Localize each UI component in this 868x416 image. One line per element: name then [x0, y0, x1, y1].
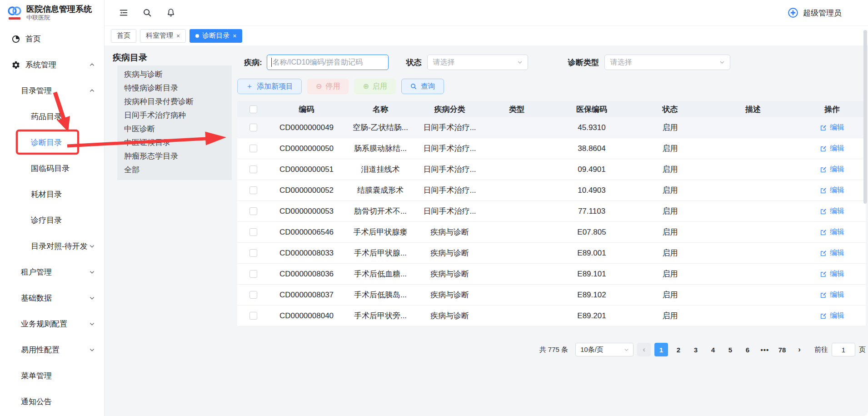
tab-2[interactable]: 诊断目录× — [190, 29, 242, 43]
cell-code: CD0000000051 — [269, 165, 344, 174]
sidebar-item-label: 租户管理 — [21, 267, 89, 277]
column-header-0: 编码 — [269, 104, 344, 115]
row-checkbox[interactable] — [249, 165, 257, 173]
vertical-scrollbar[interactable] — [863, 30, 867, 204]
sidebar-item-9[interactable]: 租户管理 — [0, 259, 104, 285]
sidebar-item-diagnosis-catalog[interactable]: 诊断目录 — [0, 130, 104, 155]
sidebar-item-5[interactable]: 国临码目录 — [0, 155, 104, 181]
sidebar-item-0[interactable]: 首页 — [0, 26, 104, 52]
status-select[interactable]: 请选择 — [427, 55, 528, 70]
row-checkbox[interactable] — [249, 270, 257, 278]
sidebar-item-10[interactable]: 基础数据 — [0, 285, 104, 311]
cell-insurance-code: 09.4901 — [551, 165, 633, 174]
row-checkbox[interactable] — [249, 312, 257, 320]
sidebar-item-label: 菜单管理 — [21, 371, 96, 381]
page-button-3[interactable]: 3 — [689, 343, 703, 356]
tab-strip: 首页科室管理×诊断目录× — [105, 26, 868, 45]
query-button[interactable]: 查询 — [401, 79, 444, 94]
edit-button[interactable]: 编辑 — [820, 311, 844, 321]
row-checkbox[interactable] — [249, 291, 257, 299]
catalog-item-7[interactable]: 全部 — [124, 163, 232, 177]
catalog-item-2[interactable]: 按病种目录付费诊断 — [124, 95, 232, 109]
table-row: CD0000008040 手术后甲状旁... 疾病与诊断 E89.201 启用 … — [237, 306, 866, 326]
edit-button[interactable]: 编辑 — [820, 206, 844, 216]
edit-button[interactable]: 编辑 — [820, 269, 844, 279]
close-icon[interactable]: × — [176, 33, 180, 39]
sidebar-item-3[interactable]: 药品目录 — [0, 104, 104, 130]
search-icon[interactable] — [142, 7, 153, 18]
edit-button[interactable]: 编辑 — [820, 123, 844, 132]
catalog-item-4[interactable]: 中医诊断 — [124, 122, 232, 136]
edit-button[interactable]: 编辑 — [820, 227, 844, 237]
select-all-checkbox[interactable] — [249, 105, 257, 113]
page-button-4[interactable]: 4 — [706, 343, 720, 356]
edit-icon — [820, 145, 827, 152]
row-checkbox[interactable] — [249, 124, 257, 131]
edit-button[interactable]: 编辑 — [820, 290, 844, 300]
cell-insurance-code: E89.201 — [551, 311, 633, 321]
catalog-item-5[interactable]: 中医证候目录 — [124, 136, 232, 150]
sidebar-item-2[interactable]: 目录管理 — [0, 78, 104, 104]
edit-button[interactable]: 编辑 — [820, 165, 844, 174]
page-button-1[interactable]: 1 — [654, 343, 668, 356]
edit-icon — [820, 124, 827, 131]
row-checkbox[interactable] — [249, 249, 257, 257]
page-button-2[interactable]: 2 — [672, 343, 685, 356]
page-button-6[interactable]: 6 — [741, 343, 754, 356]
sidebar-item-6[interactable]: 耗材目录 — [0, 181, 104, 207]
more-pages-icon[interactable]: ••• — [758, 343, 772, 356]
goto-page-input[interactable] — [832, 343, 855, 356]
bell-icon[interactable] — [165, 7, 176, 18]
cell-status: 启用 — [633, 122, 708, 133]
row-checkbox[interactable] — [249, 228, 257, 236]
cell-name: 泪道挂线术 — [344, 164, 417, 175]
sidebar-item-1[interactable]: 系统管理 — [0, 52, 104, 78]
user-menu[interactable]: 超级管理员 — [787, 7, 842, 19]
tab-0[interactable]: 首页 — [111, 29, 136, 43]
catalog-title: 疾病目录 — [113, 52, 232, 64]
edit-button[interactable]: 编辑 — [820, 185, 844, 195]
catalog-panel: 疾病目录 疾病与诊断特慢病诊断目录按病种目录付费诊断日间手术治疗病种中医诊断中医… — [113, 52, 232, 180]
collapse-menu-icon[interactable] — [118, 7, 129, 18]
row-checkbox[interactable] — [249, 186, 257, 194]
tab-1[interactable]: 科室管理× — [140, 29, 186, 43]
catalog-item-1[interactable]: 特慢病诊断目录 — [124, 81, 232, 95]
sidebar-item-7[interactable]: 诊疗目录 — [0, 207, 104, 233]
catalog-item-6[interactable]: 肿瘤形态学目录 — [124, 150, 232, 163]
cell-category: 疾病与诊断 — [417, 269, 483, 279]
next-page-button[interactable]: › — [793, 343, 806, 356]
prev-page-button[interactable]: ‹ — [637, 343, 651, 356]
sidebar-item-14[interactable]: 通知公告 — [0, 389, 104, 415]
cell-status: 启用 — [633, 290, 708, 300]
catalog-item-3[interactable]: 日间手术治疗病种 — [124, 109, 232, 122]
cell-category: 疾病与诊断 — [417, 227, 483, 237]
sidebar-item-label: 通知公告 — [21, 396, 96, 407]
close-icon[interactable]: × — [233, 33, 236, 39]
sidebar-item-13[interactable]: 菜单管理 — [0, 363, 104, 389]
sidebar-item-11[interactable]: 业务规则配置 — [0, 311, 104, 337]
sidebar-item-8[interactable]: 目录对照-待开发 — [0, 233, 104, 259]
total-count: 共 775 条 — [539, 346, 568, 354]
page-button-78[interactable]: 78 — [775, 343, 789, 356]
edit-button[interactable]: 编辑 — [820, 248, 844, 258]
enable-button[interactable]: ⊕ 启用 — [354, 79, 395, 94]
disable-button[interactable]: ⊖ 停用 — [307, 79, 349, 94]
minus-circle-icon: ⊖ — [316, 83, 322, 90]
sidebar-item-12[interactable]: 易用性配置 — [0, 337, 104, 363]
page-size-select[interactable]: 10条/页 — [575, 343, 634, 356]
edit-button[interactable]: 编辑 — [820, 144, 844, 153]
catalog-item-0[interactable]: 疾病与诊断 — [124, 68, 232, 81]
filter-bar: 疾病: 状态 请选择 诊断类型 请选择 — [237, 55, 866, 70]
add-item-button[interactable]: ＋ 添加新项目 — [237, 79, 302, 94]
page-button-5[interactable]: 5 — [723, 343, 737, 356]
sidebar-item-label: 耗材目录 — [31, 189, 96, 200]
sidebar-item-label: 易用性配置 — [21, 345, 89, 355]
cell-code: CD0000006546 — [269, 228, 344, 237]
logo-caption — [9, 17, 20, 20]
disease-search-input[interactable] — [267, 55, 389, 70]
diagnosis-type-select[interactable]: 请选择 — [604, 55, 730, 70]
cell-category: 日间手术治疗... — [417, 164, 483, 175]
row-checkbox[interactable] — [249, 145, 257, 152]
row-checkbox[interactable] — [249, 207, 257, 215]
chevron-down-icon — [89, 346, 96, 354]
